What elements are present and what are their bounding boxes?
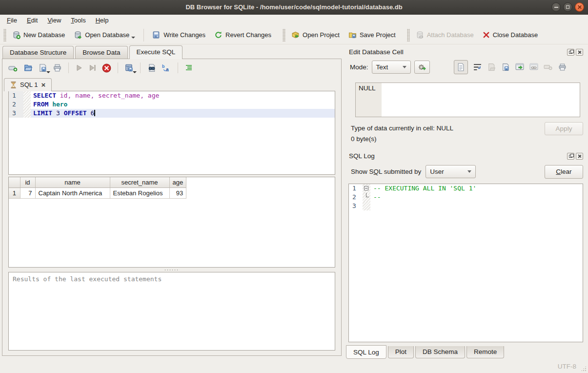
sql-tab-label: SQL 1 xyxy=(20,81,38,88)
tab-plot[interactable]: Plot xyxy=(388,346,414,358)
editor-line: 2 FROM hero xyxy=(9,100,335,109)
save-sql-dropdown-icon[interactable] xyxy=(46,71,50,73)
menu-view[interactable]: View xyxy=(42,16,66,25)
menu-file[interactable]: File xyxy=(2,16,22,25)
menu-edit[interactable]: Edit xyxy=(22,16,42,25)
save-sql-file-icon[interactable] xyxy=(38,63,47,72)
mode-label: Mode: xyxy=(350,63,368,71)
edit-cell-title: Edit Database Cell xyxy=(349,48,404,56)
open-project-icon xyxy=(291,31,300,39)
toolbar-drag-handle[interactable] xyxy=(3,29,6,41)
write-changes-icon xyxy=(152,31,161,39)
maximize-button[interactable] xyxy=(563,2,572,12)
clear-log-button[interactable]: Clear xyxy=(545,165,583,179)
cell-editor-toolbar: Mode: Text xyxy=(344,57,588,76)
menu-tools[interactable]: Tools xyxy=(66,16,90,25)
horizontal-splitter[interactable] xyxy=(2,268,341,272)
fold-collapse-icon[interactable] xyxy=(364,186,368,190)
column-header-age[interactable]: age xyxy=(169,177,186,188)
fold-margin xyxy=(363,202,370,210)
print-cell-icon[interactable] xyxy=(558,63,567,71)
main-area: Database Structure Browse Data Execute S… xyxy=(0,45,588,359)
close-dock-button[interactable] xyxy=(576,153,583,160)
open-database-dropdown-icon[interactable] xyxy=(131,37,135,39)
toolbar-drag-handle[interactable] xyxy=(283,29,285,41)
tab-remote[interactable]: Remote xyxy=(466,346,504,358)
attach-database-button: Attach Database xyxy=(411,28,478,41)
sql-log-title: SQL Log xyxy=(349,152,375,160)
word-wrap-icon[interactable] xyxy=(473,63,482,71)
svg-text:b: b xyxy=(162,64,165,69)
format-sql-icon[interactable] xyxy=(184,64,193,72)
column-header-id[interactable]: id xyxy=(20,177,35,188)
new-sql-tab-icon[interactable] xyxy=(8,63,18,72)
close-icon xyxy=(578,154,582,158)
line-number: 2 xyxy=(349,193,363,202)
column-header-secret-name[interactable]: secret_name xyxy=(110,177,169,188)
cell-id[interactable]: 7 xyxy=(20,188,35,199)
fold-margin xyxy=(363,193,370,202)
float-icon xyxy=(569,51,572,54)
float-dock-button[interactable] xyxy=(567,153,574,160)
float-icon xyxy=(569,155,572,158)
line-number: 3 xyxy=(349,202,363,210)
sql-1-tab[interactable]: SQL 1 × xyxy=(4,78,52,91)
menu-help[interactable]: Help xyxy=(91,16,114,25)
sql-log-dock-header: SQL Log xyxy=(344,149,588,161)
mode-select[interactable]: Text xyxy=(372,61,411,74)
sql-log-viewer[interactable]: 1 -- EXECUTING ALL IN 'SQL 1' 2 -- 3 xyxy=(348,184,583,342)
cell-value-editor[interactable]: NULL xyxy=(355,83,580,117)
resize-grip[interactable] xyxy=(581,366,587,372)
open-database-button[interactable]: Open Database xyxy=(69,28,140,41)
results-message: Results of the last executed statements xyxy=(13,275,162,283)
sql-editor[interactable]: 1 SELECT id, name, secret_name, age 2 FR… xyxy=(8,91,335,175)
stop-execution-icon[interactable] xyxy=(102,63,111,73)
tab-browse-data[interactable]: Browse Data xyxy=(75,46,127,59)
tab-database-structure[interactable]: Database Structure xyxy=(2,46,74,59)
find-icon[interactable] xyxy=(147,63,156,72)
results-message-box[interactable]: Results of the last executed statements xyxy=(8,272,335,351)
close-database-icon xyxy=(483,31,490,39)
save-results-dropdown-icon[interactable] xyxy=(133,71,137,73)
cell-age[interactable]: 93 xyxy=(169,188,186,199)
float-dock-button[interactable] xyxy=(567,49,574,56)
minimize-button[interactable] xyxy=(551,2,561,12)
close-dock-button[interactable] xyxy=(576,49,583,56)
submitted-by-select[interactable]: User xyxy=(426,165,476,178)
export-to-file-icon[interactable] xyxy=(501,63,510,71)
write-changes-button[interactable]: Write Changes xyxy=(148,28,210,41)
new-database-icon xyxy=(12,31,20,39)
bottom-tab-bar: SQL Log Plot DB Schema Remote xyxy=(346,346,588,359)
cell-name[interactable]: Captain North America xyxy=(35,188,110,199)
status-bar: UTF-8 xyxy=(0,359,588,373)
execute-sql-panel: ba SQL 1 × 1 xyxy=(2,59,342,356)
open-project-button[interactable]: Open Project xyxy=(287,28,344,41)
save-project-button[interactable]: Save Project xyxy=(344,28,400,41)
open-sql-file-icon[interactable] xyxy=(23,63,33,72)
fold-end-guide xyxy=(366,193,369,197)
tab-execute-sql[interactable]: Execute SQL xyxy=(129,45,183,59)
save-results-icon[interactable] xyxy=(124,63,134,72)
close-sql-tab-icon[interactable]: × xyxy=(41,82,45,88)
tab-sql-log[interactable]: SQL Log xyxy=(346,345,386,359)
text-mode-button[interactable] xyxy=(454,60,468,74)
revert-changes-button[interactable]: Revert Changes xyxy=(210,28,276,41)
chevron-down-icon xyxy=(467,170,471,173)
close-button[interactable] xyxy=(575,2,584,12)
document-icon xyxy=(457,63,465,71)
print-icon[interactable] xyxy=(53,63,62,72)
column-header-name[interactable]: name xyxy=(35,177,110,188)
cell-secret-name[interactable]: Esteban Rogelios xyxy=(110,188,169,199)
main-tab-bar: Database Structure Browse Data Execute S… xyxy=(0,45,343,59)
line-number: 3 xyxy=(9,109,23,118)
toolbar-drag-handle[interactable] xyxy=(407,29,410,41)
open-in-external-icon[interactable] xyxy=(515,63,524,71)
row-number[interactable]: 1 xyxy=(9,188,20,199)
auto-apply-button[interactable] xyxy=(414,61,430,74)
replace-icon[interactable]: ba xyxy=(162,63,171,72)
tab-db-schema[interactable]: DB Schema xyxy=(415,346,465,358)
close-database-button[interactable]: Close Database xyxy=(478,29,543,41)
encoding-indicator[interactable]: UTF-8 xyxy=(558,363,576,370)
edit-cell-dock-header: Edit Database Cell xyxy=(344,45,588,57)
new-database-button[interactable]: New Database xyxy=(8,28,69,41)
